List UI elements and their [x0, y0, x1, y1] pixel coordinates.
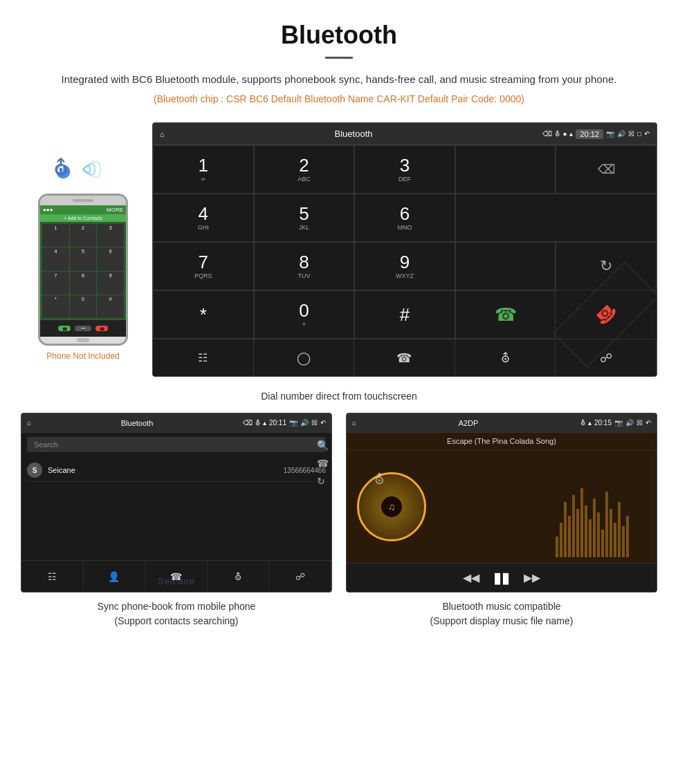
music-close[interactable]: ☒ [636, 419, 643, 427]
nav-bluetooth[interactable]: ⛢ [455, 339, 556, 376]
vis-bar-14 [610, 509, 612, 557]
key-backspace[interactable]: ⌫ [556, 145, 657, 194]
key-2[interactable]: 2 ABC [254, 145, 355, 194]
contact-avatar: S [27, 463, 42, 478]
pb-camera[interactable]: 📷 [289, 419, 297, 427]
key-6[interactable]: 6 MNO [354, 194, 455, 242]
key-1[interactable]: 1 ∞ [153, 145, 254, 194]
title-divider [325, 57, 353, 59]
phone-screen-header: ●●● MORE [40, 205, 126, 214]
key-1-number: 1 [199, 156, 208, 174]
pb-nav-contacts[interactable]: 👤 [84, 561, 146, 592]
refresh-right-icon[interactable]: ↻ [317, 476, 329, 487]
nav-phone[interactable]: ☎ [354, 339, 455, 376]
android-screen-dialpad: ⌂ Bluetooth ⌫ ⛢ ● ▴ 20:12 📷 🔊 ☒ □ ↶ [152, 122, 657, 377]
phone-camera-btn: 📷 [75, 326, 91, 331]
back-icon[interactable]: ↶ [644, 130, 650, 138]
key-3-letters: DEF [398, 176, 411, 183]
key-8[interactable]: 8 TUV [254, 242, 355, 290]
key-hash[interactable]: # [354, 290, 455, 339]
window-icon[interactable]: □ [637, 130, 641, 138]
key-9-letters: WXYZ [396, 272, 414, 279]
phonebook-screenshot-container: ⌂ Bluetooth ⌫ ⛢ ▴ 20:11 📷 🔊 ☒ ↶ Search [21, 413, 332, 628]
music-title: A2DP [359, 419, 578, 427]
key-star[interactable]: * [153, 290, 254, 339]
vis-bar-10 [593, 498, 596, 557]
music-caption: Bluetooth music compatible (Support disp… [346, 599, 657, 628]
music-vol[interactable]: 🔊 [625, 419, 634, 427]
key-7[interactable]: 7 PQRS [153, 242, 254, 290]
contact-item[interactable]: S Seicane 13566664466 [27, 459, 326, 482]
pb-title: Bluetooth [34, 419, 240, 427]
music-note-icon: ♫ [381, 496, 402, 517]
key-2-letters: ABC [297, 176, 311, 183]
music-signal: ▴ [588, 419, 592, 427]
vis-bar-11 [597, 512, 600, 557]
pb-volume[interactable]: 🔊 [300, 419, 309, 427]
close-icon[interactable]: ☒ [628, 130, 634, 138]
bottom-screenshots: ⌂ Bluetooth ⌫ ⛢ ▴ 20:11 📷 🔊 ☒ ↶ Search [0, 413, 678, 642]
pb-nav-dialpad[interactable]: ☷ [21, 561, 84, 592]
music-visualizer [553, 450, 657, 563]
music-song-title-bar: Escape (The Pina Colada Song) [347, 433, 657, 450]
phone-key-hash: # [97, 295, 124, 318]
music-back[interactable]: ↶ [645, 419, 651, 427]
search-bar[interactable]: Search [27, 437, 326, 452]
bluetooth-signal-area: ⌁ ◕ ⛢ [52, 150, 114, 188]
vis-bar-4 [568, 516, 571, 557]
music-time: 20:15 [594, 419, 612, 427]
dialpad-statusbar: ⌂ Bluetooth ⌫ ⛢ ● ▴ 20:12 📷 🔊 ☒ □ ↶ [153, 123, 657, 145]
phone-speaker [73, 199, 93, 202]
vis-bar-1 [556, 536, 558, 557]
dialpad-row-4: * 0 + # ☎ ☎ [153, 290, 657, 339]
key-call[interactable]: ☎ [455, 290, 556, 339]
statusbar-icons: ⌫ ⛢ ● ▴ 20:12 📷 🔊 ☒ □ ↶ [542, 129, 650, 139]
music-home-icon[interactable]: ⌂ [352, 419, 356, 427]
phone-contacts-label: + Add to Contacts [40, 214, 126, 222]
key-0-number: 0 [299, 301, 309, 319]
pb-close[interactable]: ☒ [311, 419, 318, 427]
home-icon[interactable]: ⌂ [160, 130, 165, 138]
vis-bar-9 [589, 519, 592, 557]
pb-home-icon[interactable]: ⌂ [27, 419, 31, 427]
phone-mockup: ●●● MORE + Add to Contacts 1 2 3 4 5 6 7… [38, 194, 128, 346]
play-pause-icon[interactable]: ▮▮ [493, 569, 510, 587]
nav-contacts[interactable]: ◯ [254, 339, 355, 376]
volume-icon[interactable]: 🔊 [617, 130, 625, 138]
phone-key-1: 1 [42, 224, 69, 247]
phone-home-btn [77, 338, 89, 342]
camera-icon[interactable]: 📷 [606, 130, 614, 138]
key-5[interactable]: 5 JKL [254, 194, 355, 242]
pb-back[interactable]: ↶ [320, 419, 326, 427]
nav-dialpad[interactable]: ☷ [153, 339, 254, 376]
phone-key-9: 9 [97, 272, 124, 295]
key-3-number: 3 [400, 156, 410, 174]
key-star-number: * [200, 306, 207, 324]
pb-nav-link[interactable]: ☍ [269, 561, 331, 592]
bt-icon: ⛢ [555, 130, 560, 138]
key-3[interactable]: 3 DEF [354, 145, 455, 194]
prev-icon[interactable]: ◀◀ [463, 571, 479, 584]
search-right-icon[interactable]: 🔍 [317, 440, 329, 451]
phone-bottom-bar [40, 337, 126, 344]
statusbar-left: ⌂ [160, 130, 165, 138]
album-bt-icon: ⛢ [374, 471, 385, 487]
call-right-icon[interactable]: ☎ [317, 458, 329, 469]
next-icon[interactable]: ▶▶ [524, 571, 540, 584]
usb-icon: ⌫ [542, 130, 552, 138]
music-cam[interactable]: 📷 [614, 419, 623, 427]
pb-screen-wrapper: ⌂ Bluetooth ⌫ ⛢ ▴ 20:11 📷 🔊 ☒ ↶ Search [21, 413, 331, 592]
vis-bar-2 [560, 523, 562, 557]
key-9[interactable]: 9 WXYZ [354, 242, 455, 290]
contact-name: Seicane [48, 466, 278, 474]
key-4[interactable]: 4 GHI [153, 194, 254, 242]
key-8-letters: TUV [297, 272, 310, 279]
phone-not-included-label: Phone Not Included [46, 351, 119, 361]
signal-icon: ▴ [569, 130, 573, 138]
vis-bar-6 [576, 509, 579, 557]
main-section: ⌁ ◕ ⛢ ●●● MORE + Add to Contacts [0, 115, 678, 384]
music-screen: ⌂ A2DP ⛢ ▴ 20:15 📷 🔊 ☒ ↶ Escape (The Pin… [346, 413, 657, 592]
key-6-letters: MNO [397, 224, 412, 231]
key-0[interactable]: 0 + [254, 290, 355, 339]
pb-nav-bt[interactable]: ⛢ [208, 561, 270, 592]
